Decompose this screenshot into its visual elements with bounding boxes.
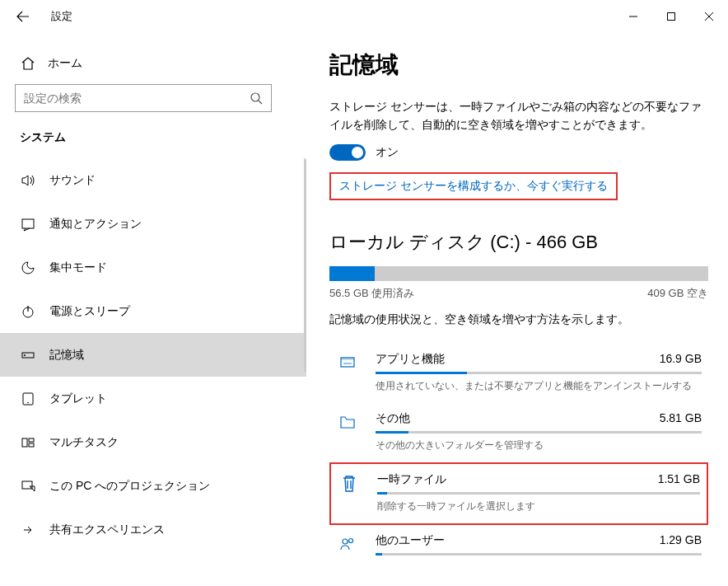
page-heading: 記憶域	[329, 49, 708, 81]
minimize-icon	[628, 12, 638, 21]
configure-storage-sense-link[interactable]: ストレージ センサーを構成するか、今すぐ実行する	[339, 179, 608, 192]
nav-label: タブレット	[49, 391, 107, 406]
svg-rect-10	[29, 443, 34, 447]
nav-label: サウンド	[49, 173, 96, 188]
other-icon	[336, 411, 359, 452]
home-button[interactable]: ホーム	[0, 48, 306, 79]
storage-category-item[interactable]: 一時ファイル1.51 GB削除する一時ファイルを選択します	[329, 462, 708, 525]
toggle-knob	[352, 147, 363, 158]
titlebar: 設定	[0, 0, 728, 33]
home-icon	[20, 56, 36, 71]
search-icon	[250, 91, 263, 105]
nav-label: 集中モード	[49, 260, 107, 275]
svg-point-7	[27, 401, 29, 403]
arrow-left-icon	[16, 10, 30, 23]
close-button[interactable]	[690, 3, 728, 30]
svg-rect-2	[22, 219, 34, 228]
category-size: 1.29 GB	[660, 533, 702, 548]
svg-rect-9	[29, 438, 34, 442]
svg-rect-13	[341, 358, 354, 360]
category-name: 他のユーザー	[376, 533, 445, 548]
home-label: ホーム	[48, 56, 82, 71]
category-name: その他	[376, 411, 410, 426]
back-button[interactable]	[10, 3, 36, 30]
tablet-icon	[20, 391, 36, 406]
users-icon	[336, 533, 359, 560]
nav-item-notifications[interactable]: 通知とアクション	[0, 202, 306, 246]
share-icon	[20, 523, 36, 537]
nav-item-share[interactable]: 共有エクスペリエンス	[0, 508, 306, 551]
notification-icon	[20, 217, 36, 232]
search-input[interactable]	[24, 91, 250, 105]
svg-rect-0	[668, 13, 675, 21]
toggle-label: オン	[376, 145, 399, 160]
storage-sense-description: ストレージ センサーは、一時ファイルやごみ箱の内容などの不要なファイルを削除して…	[329, 97, 708, 134]
nav-item-storage[interactable]: 記憶域	[0, 333, 306, 377]
close-icon	[704, 12, 714, 21]
storage-category-item[interactable]: その他5.81 GBその他の大きいフォルダーを管理する	[329, 403, 708, 462]
trash-icon	[338, 472, 361, 513]
disk-usage-bar	[329, 266, 708, 281]
category-size: 1.51 GB	[658, 472, 700, 487]
disk-description: 記憶域の使用状況と、空き領域を増やす方法を示します。	[329, 312, 708, 327]
storage-sense-toggle[interactable]	[329, 144, 366, 161]
content-pane: 記憶域 ストレージ センサーは、一時ファイルやごみ箱の内容などの不要なファイルを…	[306, 33, 728, 586]
section-label: システム	[0, 112, 306, 158]
nav-item-tablet[interactable]: タブレット	[0, 377, 306, 420]
category-subtext: その他の大きいフォルダーを管理する	[376, 438, 702, 452]
nav-label: 共有エクスペリエンス	[49, 523, 165, 537]
category-name: 一時ファイル	[377, 472, 446, 487]
nav-item-multitask[interactable]: マルチタスク	[0, 420, 306, 464]
category-subtext: 削除する一時ファイルを選択します	[377, 499, 700, 513]
nav-label: 通知とアクション	[49, 217, 142, 232]
sidebar: ホーム システム サウンド 通知とアクション 集中モード	[0, 33, 306, 586]
storage-category-item[interactable]: アプリと機能16.9 GB使用されていない、または不要なアプリと機能をアンインス…	[329, 344, 708, 403]
nav-label: 電源とスリープ	[49, 304, 130, 319]
disk-free-label: 409 GB 空き	[647, 286, 708, 301]
category-bar	[376, 372, 702, 374]
storage-icon	[20, 348, 36, 363]
window-title: 設定	[51, 9, 72, 24]
focus-icon	[20, 260, 36, 275]
sound-icon	[20, 173, 36, 188]
storage-category-list: アプリと機能16.9 GB使用されていない、または不要なアプリと機能をアンインス…	[329, 344, 708, 570]
nav-item-project[interactable]: この PC へのプロジェクション	[0, 464, 306, 508]
nav-list: サウンド 通知とアクション 集中モード 電源とスリープ 記憶域 タブレット	[0, 158, 306, 551]
svg-point-1	[251, 93, 259, 101]
nav-label: マルチタスク	[49, 435, 119, 450]
category-size: 5.81 GB	[660, 411, 702, 426]
svg-rect-14	[343, 363, 352, 364]
maximize-button[interactable]	[652, 3, 690, 30]
svg-rect-8	[22, 438, 27, 447]
category-bar	[376, 431, 702, 434]
disk-usage-fill	[329, 266, 375, 281]
svg-point-15	[343, 539, 348, 544]
nav-item-power[interactable]: 電源とスリープ	[0, 289, 306, 333]
nav-item-sound[interactable]: サウンド	[0, 158, 306, 202]
category-bar	[377, 492, 700, 495]
apps-icon	[336, 352, 359, 393]
minimize-button[interactable]	[614, 3, 652, 30]
svg-point-5	[24, 354, 26, 356]
nav-label: この PC へのプロジェクション	[49, 479, 210, 494]
multitask-icon	[20, 435, 36, 450]
category-subtext: 使用されていない、または不要なアプリと機能をアンインストールする	[376, 379, 702, 393]
configure-link-highlight: ストレージ センサーを構成するか、今すぐ実行する	[329, 172, 618, 200]
svg-point-16	[349, 538, 353, 542]
nav-label: 記憶域	[49, 348, 84, 363]
power-icon	[20, 304, 36, 319]
search-box[interactable]	[15, 84, 272, 112]
storage-category-item[interactable]: 他のユーザー1.29 GB	[329, 525, 708, 570]
category-name: アプリと機能	[376, 352, 445, 367]
maximize-icon	[666, 12, 676, 21]
category-bar	[376, 553, 702, 556]
nav-item-focus[interactable]: 集中モード	[0, 246, 306, 289]
category-size: 16.9 GB	[660, 352, 702, 367]
window-controls	[614, 3, 728, 30]
disk-used-label: 56.5 GB 使用済み	[329, 286, 414, 301]
disk-heading: ローカル ディスク (C:) - 466 GB	[329, 230, 708, 255]
project-icon	[20, 479, 36, 494]
